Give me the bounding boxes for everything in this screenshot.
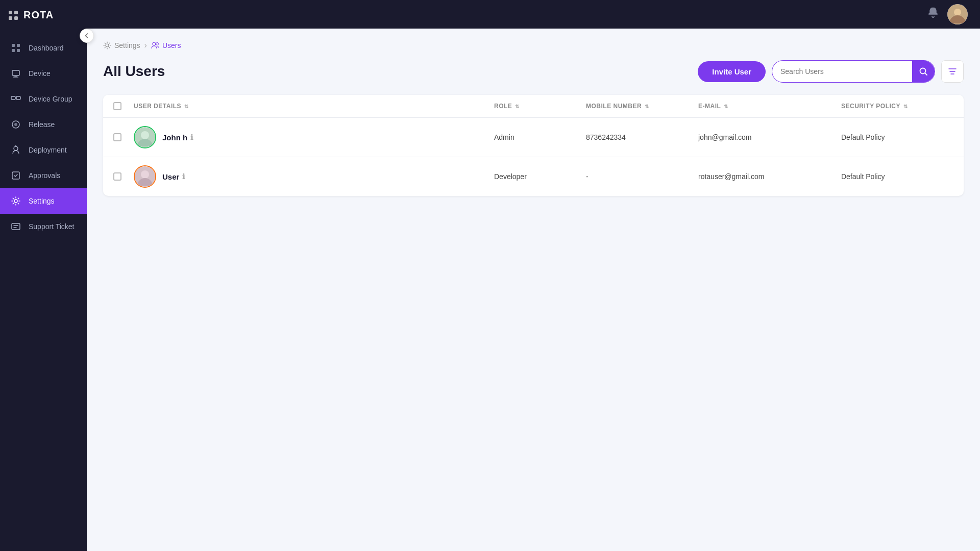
email-row-1: john@gmail.com xyxy=(698,133,841,141)
col-mobile-sort-icon: ⇅ xyxy=(645,104,649,109)
svg-point-33 xyxy=(141,131,149,139)
approvals-icon xyxy=(10,170,21,181)
release-icon xyxy=(10,119,21,130)
mobile-row-1: 8736242334 xyxy=(586,133,698,141)
users-table: USER DETAILS ⇅ ROLE ⇅ MOBILE NUMBER ⇅ E-… xyxy=(103,95,964,196)
breadcrumb-settings-label: Settings xyxy=(114,41,140,49)
col-email-label: E-MAIL xyxy=(698,103,721,110)
support-ticket-icon xyxy=(10,221,21,232)
settings-icon xyxy=(10,195,21,207)
search-input[interactable] xyxy=(772,67,912,76)
user-avatar-row-2 xyxy=(134,165,156,188)
col-security-policy-sort-icon: ⇅ xyxy=(903,104,908,109)
sidebar-item-settings[interactable]: Settings xyxy=(0,188,87,214)
sidebar-item-device[interactable]: Device xyxy=(0,61,87,86)
user-name-row-1: John h ℹ xyxy=(162,133,193,142)
svg-rect-6 xyxy=(12,49,15,52)
svg-rect-1 xyxy=(14,11,18,14)
app-logo: ROTA xyxy=(0,0,87,30)
sidebar-item-dashboard[interactable]: Dashboard xyxy=(0,35,87,61)
sidebar-item-label: Release xyxy=(29,120,55,129)
svg-line-28 xyxy=(925,73,927,75)
col-email[interactable]: E-MAIL ⇅ xyxy=(698,103,841,110)
page-header-actions: Invite User xyxy=(698,60,964,83)
svg-rect-7 xyxy=(17,49,20,52)
svg-rect-2 xyxy=(9,16,12,20)
col-mobile-label: MOBILE NUMBER xyxy=(586,103,642,110)
sidebar-item-release[interactable]: Release xyxy=(0,112,87,137)
table-row: User ℹ Developer - rotauser@gmail.com De… xyxy=(103,157,964,196)
svg-rect-5 xyxy=(17,44,20,47)
search-container xyxy=(772,60,935,83)
sidebar-item-label: Dashboard xyxy=(29,44,64,52)
sidebar-collapse-button[interactable] xyxy=(80,29,94,43)
sidebar-item-support-ticket[interactable]: Support Ticket xyxy=(0,214,87,239)
col-user-details[interactable]: USER DETAILS ⇅ xyxy=(134,103,494,110)
sidebar-item-deployment[interactable]: Deployment xyxy=(0,137,87,163)
svg-point-15 xyxy=(14,123,17,126)
device-icon xyxy=(10,68,21,79)
filter-button[interactable] xyxy=(941,60,964,83)
sidebar-item-device-group[interactable]: Device Group xyxy=(0,86,87,112)
topbar-icons xyxy=(927,4,968,24)
svg-point-26 xyxy=(156,43,158,45)
checkbox-row-2[interactable] xyxy=(113,172,121,181)
checkbox-all[interactable] xyxy=(113,102,121,110)
row-2-checkbox[interactable] xyxy=(113,172,134,181)
svg-point-23 xyxy=(954,9,961,16)
grid-icon xyxy=(8,10,18,20)
svg-point-25 xyxy=(153,42,156,45)
col-user-details-label: USER DETAILS xyxy=(134,103,181,110)
breadcrumb-current: Users xyxy=(151,41,181,49)
col-role-label: ROLE xyxy=(494,103,512,110)
invite-user-button[interactable]: Invite User xyxy=(698,61,766,82)
info-icon-row-2[interactable]: ℹ xyxy=(182,172,185,181)
main-area: Settings › Users All Users Invite User xyxy=(87,0,980,551)
app-name: ROTA xyxy=(23,9,54,21)
table-header: USER DETAILS ⇅ ROLE ⇅ MOBILE NUMBER ⇅ E-… xyxy=(103,95,964,118)
svg-rect-11 xyxy=(11,96,15,99)
user-name-row-2: User ℹ xyxy=(162,172,185,181)
deployment-icon xyxy=(10,144,21,156)
col-security-policy[interactable]: SECURITY POLICY ⇅ xyxy=(841,103,953,110)
mobile-row-2: - xyxy=(586,172,698,181)
col-role-sort-icon: ⇅ xyxy=(515,104,520,109)
user-avatar-row-1 xyxy=(134,126,156,148)
role-row-2: Developer xyxy=(494,172,586,181)
breadcrumb-settings[interactable]: Settings xyxy=(103,41,140,49)
svg-rect-8 xyxy=(12,70,19,76)
svg-point-35 xyxy=(141,170,149,179)
svg-rect-3 xyxy=(14,16,18,20)
checkbox-row-1[interactable] xyxy=(113,133,121,141)
select-all-checkbox[interactable] xyxy=(113,102,134,110)
user-avatar[interactable] xyxy=(947,4,968,24)
svg-point-20 xyxy=(14,199,17,203)
sidebar-item-label: Settings xyxy=(29,197,55,205)
notification-bell-icon[interactable] xyxy=(927,7,939,22)
security-policy-row-1: Default Policy xyxy=(841,133,953,141)
search-button[interactable] xyxy=(912,60,935,83)
breadcrumb-current-label: Users xyxy=(162,41,181,49)
sidebar-item-label: Approvals xyxy=(29,171,60,180)
user-details-row-2: User ℹ xyxy=(134,165,494,188)
row-1-checkbox[interactable] xyxy=(113,133,134,141)
topbar xyxy=(87,0,980,29)
svg-rect-12 xyxy=(16,96,20,99)
role-row-1: Admin xyxy=(494,133,586,141)
sidebar-item-label: Device xyxy=(29,69,51,78)
device-group-icon xyxy=(10,93,21,105)
col-mobile[interactable]: MOBILE NUMBER ⇅ xyxy=(586,103,698,110)
breadcrumb-separator: › xyxy=(144,41,147,50)
table-row: John h ℹ Admin 8736242334 john@gmail.com… xyxy=(103,118,964,157)
svg-marker-18 xyxy=(15,145,17,146)
sidebar: ROTA Dashboard xyxy=(0,0,87,551)
sidebar-item-label: Device Group xyxy=(29,95,72,103)
sidebar-item-label: Support Ticket xyxy=(29,222,75,231)
email-row-2: rotauser@gmail.com xyxy=(698,172,841,181)
col-security-policy-label: SECURITY POLICY xyxy=(841,103,900,110)
col-role[interactable]: ROLE ⇅ xyxy=(494,103,586,110)
col-user-details-sort-icon: ⇅ xyxy=(184,104,189,109)
page-title: All Users xyxy=(103,63,165,80)
info-icon-row-1[interactable]: ℹ xyxy=(190,133,193,141)
sidebar-item-approvals[interactable]: Approvals xyxy=(0,163,87,188)
